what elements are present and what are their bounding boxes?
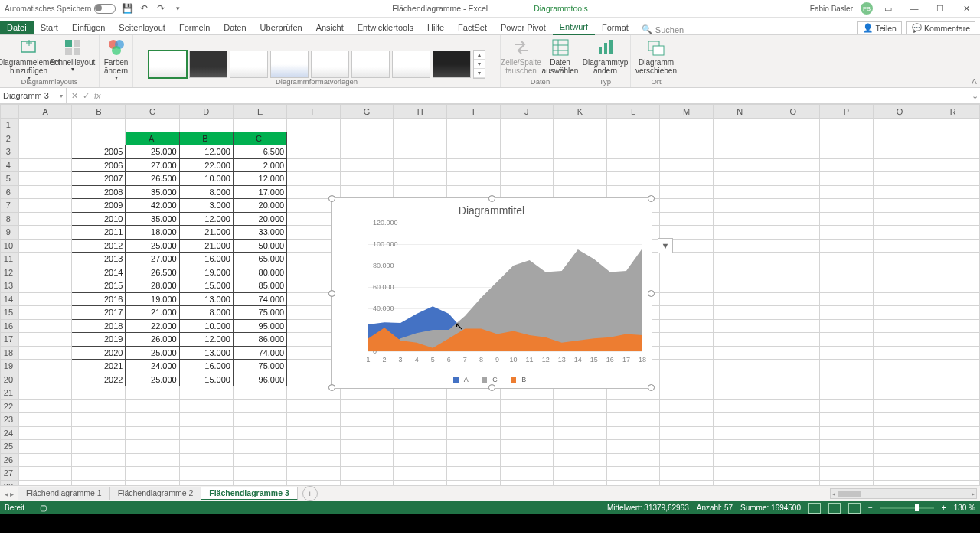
cell[interactable]: 20.000 (233, 199, 286, 213)
cell[interactable] (179, 386, 233, 400)
cell[interactable] (713, 399, 766, 413)
col-header[interactable]: N (713, 105, 766, 119)
cell[interactable] (179, 467, 233, 481)
cell[interactable] (18, 279, 72, 293)
cell[interactable] (820, 306, 874, 320)
cell[interactable] (766, 212, 820, 226)
row-header[interactable]: 25 (1, 440, 19, 454)
cell[interactable] (820, 480, 874, 485)
cell[interactable] (766, 373, 820, 386)
cell[interactable] (340, 480, 394, 485)
cell[interactable] (233, 399, 286, 413)
cell[interactable] (660, 386, 714, 400)
cell[interactable]: 2010 (72, 212, 126, 226)
cell[interactable] (18, 360, 72, 373)
cell[interactable] (233, 480, 286, 485)
cell[interactable]: 75.000 (233, 306, 286, 320)
cell[interactable]: 2018 (72, 319, 126, 333)
cell[interactable] (500, 119, 554, 132)
cell[interactable] (820, 158, 874, 172)
cell[interactable] (447, 145, 501, 159)
cell[interactable] (554, 426, 607, 440)
cell[interactable] (72, 119, 126, 132)
cell[interactable] (713, 212, 766, 226)
cell[interactable] (606, 426, 660, 440)
cell[interactable] (660, 306, 714, 320)
cell[interactable] (606, 453, 660, 467)
cell[interactable] (713, 132, 766, 145)
cancel-formula-icon[interactable]: ✕ (71, 91, 78, 101)
cell[interactable]: 25.000 (126, 373, 179, 386)
cell[interactable] (820, 132, 874, 145)
cell[interactable] (126, 426, 179, 440)
cell[interactable] (394, 440, 447, 454)
cell[interactable]: 75.000 (233, 360, 286, 373)
cell[interactable] (873, 360, 926, 373)
cell[interactable] (766, 279, 820, 293)
cell[interactable] (873, 145, 926, 159)
row-header[interactable]: 27 (1, 467, 19, 481)
cell[interactable]: 26.000 (126, 333, 179, 347)
cell[interactable] (606, 132, 660, 145)
cell[interactable]: 96.000 (233, 373, 286, 386)
cell[interactable] (713, 266, 766, 279)
cell[interactable]: 2013 (72, 253, 126, 266)
gallery-more-button[interactable]: ▴▾▾ (473, 50, 485, 79)
cell[interactable] (926, 386, 980, 400)
cell[interactable]: 50.000 (233, 239, 286, 253)
cell[interactable] (287, 480, 341, 485)
tab-power pivot[interactable]: Power Pivot (494, 21, 553, 34)
cell[interactable] (340, 453, 394, 467)
cell[interactable] (126, 453, 179, 467)
cell[interactable] (926, 306, 980, 320)
cell[interactable] (713, 373, 766, 386)
cell[interactable] (18, 132, 72, 145)
col-header[interactable]: A (18, 105, 72, 119)
sheet-tab[interactable]: Flächendiagramme 3 (201, 487, 297, 500)
cell[interactable] (926, 199, 980, 213)
cell[interactable] (713, 386, 766, 400)
cell[interactable] (18, 212, 72, 226)
cell[interactable]: 27.000 (126, 158, 179, 172)
cell[interactable] (18, 480, 72, 485)
redo-icon[interactable]: ↷ (155, 3, 166, 14)
maximize-icon[interactable]: ☐ (929, 1, 951, 16)
cell[interactable] (873, 480, 926, 485)
cell[interactable] (500, 158, 554, 172)
undo-icon[interactable]: ↶ (139, 3, 149, 14)
cell[interactable] (926, 132, 980, 145)
tab-einfügen[interactable]: Einfügen (65, 21, 112, 34)
cell[interactable] (18, 199, 72, 213)
cell[interactable] (766, 386, 820, 400)
cell[interactable]: 80.000 (233, 266, 286, 279)
cell[interactable] (287, 413, 341, 427)
cell[interactable] (340, 145, 394, 159)
comments-button[interactable]: 💬Kommentare (906, 21, 975, 34)
cell[interactable] (820, 426, 874, 440)
cell[interactable] (926, 413, 980, 427)
cell[interactable] (873, 185, 926, 199)
cell[interactable] (287, 453, 341, 467)
cell[interactable]: 2017 (72, 306, 126, 320)
cell[interactable]: 26.500 (126, 172, 179, 186)
cell[interactable] (766, 306, 820, 320)
cell[interactable] (820, 226, 874, 240)
cell[interactable] (126, 386, 179, 400)
cell[interactable] (926, 239, 980, 253)
cell[interactable] (873, 266, 926, 279)
cell[interactable]: 16.000 (179, 360, 233, 373)
cell[interactable] (394, 172, 447, 186)
cell[interactable] (713, 346, 766, 360)
cell[interactable] (447, 480, 501, 485)
cell[interactable]: 2021 (72, 360, 126, 373)
cell[interactable]: 13.000 (179, 346, 233, 360)
cell[interactable] (660, 292, 714, 306)
cell[interactable]: 2005 (72, 145, 126, 159)
cell[interactable] (18, 426, 72, 440)
cell[interactable] (554, 145, 607, 159)
cell[interactable]: 12.000 (179, 212, 233, 226)
cell[interactable] (554, 467, 607, 481)
cell[interactable] (606, 119, 660, 132)
name-box[interactable]: Diagramm 3▾ (0, 88, 67, 103)
row-header[interactable]: 2 (1, 132, 19, 145)
